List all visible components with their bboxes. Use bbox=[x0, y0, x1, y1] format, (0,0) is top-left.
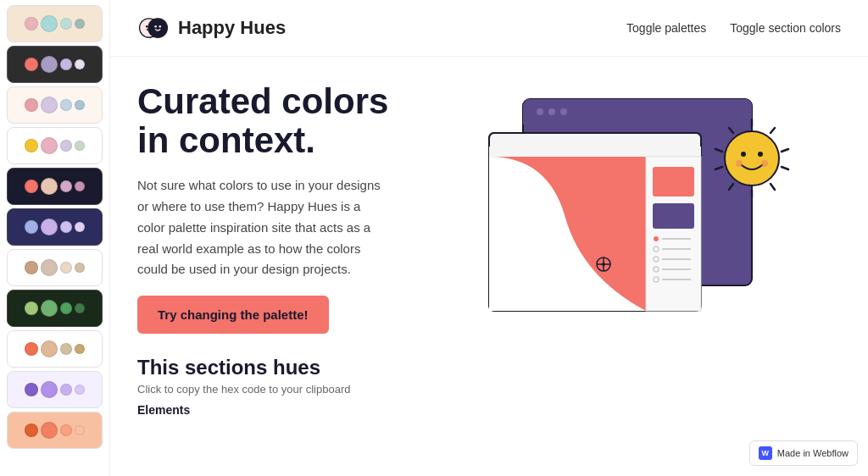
cta-button[interactable]: Try changing the palette! bbox=[137, 296, 329, 334]
svg-point-11 bbox=[560, 108, 567, 115]
browser-illustration bbox=[481, 82, 803, 336]
main-content: Happy Hues Toggle palettes Toggle sectio… bbox=[110, 0, 868, 476]
svg-point-47 bbox=[761, 160, 768, 167]
webflow-badge[interactable]: W Made in Webflow bbox=[749, 440, 858, 466]
palette-card-1[interactable] bbox=[7, 5, 103, 42]
palette-card-11[interactable] bbox=[7, 412, 103, 449]
svg-point-9 bbox=[537, 108, 543, 115]
svg-point-45 bbox=[758, 152, 763, 157]
palette-card-8[interactable] bbox=[7, 290, 103, 327]
content-area: Curated colors in context. Not sure what… bbox=[110, 57, 868, 476]
svg-rect-21 bbox=[653, 167, 694, 196]
hero-heading: Curated colors in context. bbox=[137, 82, 409, 160]
svg-rect-14 bbox=[489, 147, 701, 157]
webflow-badge-text: Made in Webflow bbox=[777, 448, 849, 458]
palette-sidebar bbox=[0, 0, 110, 476]
logo: Happy Hues bbox=[137, 12, 286, 44]
palette-card-6[interactable] bbox=[7, 208, 103, 246]
svg-point-2 bbox=[146, 25, 148, 28]
hero-description: Not sure what colors to use in your desi… bbox=[137, 175, 383, 280]
svg-point-23 bbox=[654, 236, 659, 241]
toggle-palettes-link[interactable]: Toggle palettes bbox=[626, 21, 706, 35]
nav: Toggle palettes Toggle section colors bbox=[626, 21, 841, 35]
svg-point-1 bbox=[148, 19, 167, 37]
palette-card-4[interactable] bbox=[7, 127, 103, 164]
svg-point-33 bbox=[725, 131, 779, 185]
svg-point-10 bbox=[548, 108, 555, 115]
palette-card-2[interactable] bbox=[7, 46, 103, 83]
svg-rect-22 bbox=[653, 203, 694, 229]
palette-card-9[interactable] bbox=[7, 330, 103, 368]
logo-icon bbox=[137, 12, 170, 44]
svg-line-37 bbox=[782, 167, 788, 169]
illustration-area bbox=[442, 82, 841, 336]
palette-card-7[interactable] bbox=[7, 249, 103, 286]
svg-point-5 bbox=[159, 25, 161, 28]
toggle-section-colors-link[interactable]: Toggle section colors bbox=[730, 21, 841, 35]
svg-point-4 bbox=[154, 25, 157, 28]
svg-point-3 bbox=[150, 25, 153, 28]
svg-rect-8 bbox=[523, 114, 752, 125]
elements-label: Elements bbox=[137, 403, 190, 417]
svg-line-38 bbox=[771, 184, 775, 190]
svg-point-44 bbox=[741, 152, 746, 157]
header: Happy Hues Toggle palettes Toggle sectio… bbox=[110, 0, 868, 57]
palette-card-3[interactable] bbox=[7, 86, 103, 124]
logo-text: Happy Hues bbox=[178, 17, 286, 39]
svg-point-19 bbox=[602, 263, 605, 266]
palette-card-10[interactable] bbox=[7, 371, 103, 408]
section-subtitle: Click to copy the hex code to your clipb… bbox=[137, 383, 409, 396]
left-column: Curated colors in context. Not sure what… bbox=[137, 82, 409, 418]
svg-point-46 bbox=[736, 160, 743, 167]
bottom-section: This sections hues Click to copy the hex… bbox=[137, 356, 409, 418]
palette-card-5[interactable] bbox=[7, 168, 103, 205]
webflow-logo-icon: W bbox=[759, 446, 772, 460]
svg-line-36 bbox=[782, 149, 788, 152]
section-title: This sections hues bbox=[137, 356, 409, 379]
svg-line-35 bbox=[771, 128, 775, 133]
